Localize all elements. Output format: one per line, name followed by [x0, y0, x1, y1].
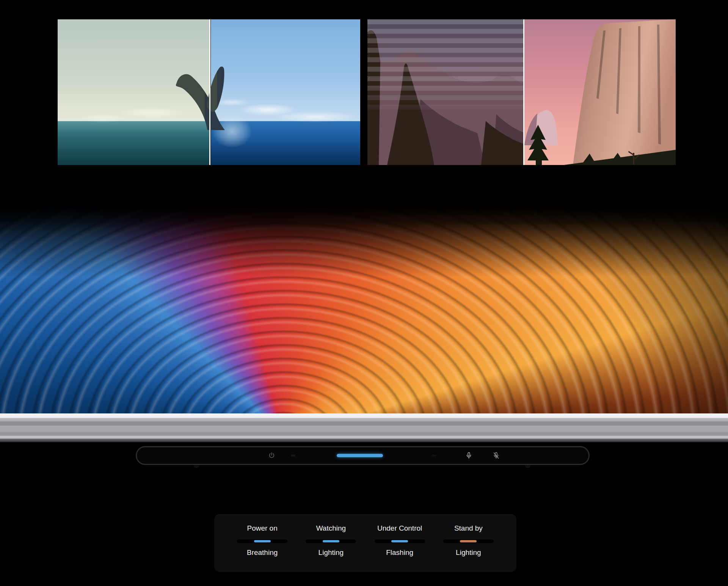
yosemite-el-capitan — [524, 19, 676, 165]
power-icon — [268, 451, 275, 460]
led-light — [323, 540, 339, 542]
legend-item-watching: Watching Lighting — [297, 524, 365, 572]
legend-item-under-control: Under Control Flashing — [366, 524, 434, 572]
yosemite-after-half — [524, 19, 676, 165]
comparison-divider — [523, 19, 524, 165]
tv-bottom-bezel — [0, 413, 728, 442]
legend-behavior-label: Breathing — [247, 548, 278, 557]
led-light — [254, 540, 271, 542]
comparison-divider — [209, 19, 210, 165]
led-light — [391, 540, 408, 542]
mic-array-dot — [432, 455, 436, 457]
flicker-stripes-overlay — [367, 19, 523, 165]
led-status-legend: Power on Breathing Watching Lighting Und… — [214, 514, 516, 572]
led-light — [460, 540, 477, 542]
whale-comparison-image — [58, 19, 360, 165]
whale-silhouette — [169, 65, 238, 131]
legend-state-label: Power on — [247, 524, 277, 533]
led-bar — [237, 539, 287, 543]
legend-state-label: Watching — [316, 524, 346, 533]
status-led-strip — [337, 454, 383, 457]
microphone-icon — [465, 451, 472, 460]
led-bar — [306, 539, 356, 543]
legend-behavior-label: Flashing — [386, 548, 413, 557]
legend-state-label: Under Control — [377, 524, 422, 533]
ambient-sensor-dot — [291, 455, 295, 457]
legend-behavior-label: Lighting — [456, 548, 481, 557]
tv-control-bar — [136, 446, 590, 465]
abstract-swirl-graphic — [0, 207, 728, 413]
legend-state-label: Stand by — [454, 524, 483, 533]
led-bar — [443, 539, 494, 543]
tv-screen-wallpaper — [0, 207, 728, 413]
yosemite-comparison-image — [367, 19, 676, 165]
legend-behavior-label: Lighting — [318, 548, 344, 557]
legend-item-stand-by: Stand by Lighting — [434, 524, 503, 572]
led-bar — [375, 539, 425, 543]
microphone-muted-icon — [493, 451, 500, 460]
legend-item-power-on: Power on Breathing — [228, 524, 297, 572]
